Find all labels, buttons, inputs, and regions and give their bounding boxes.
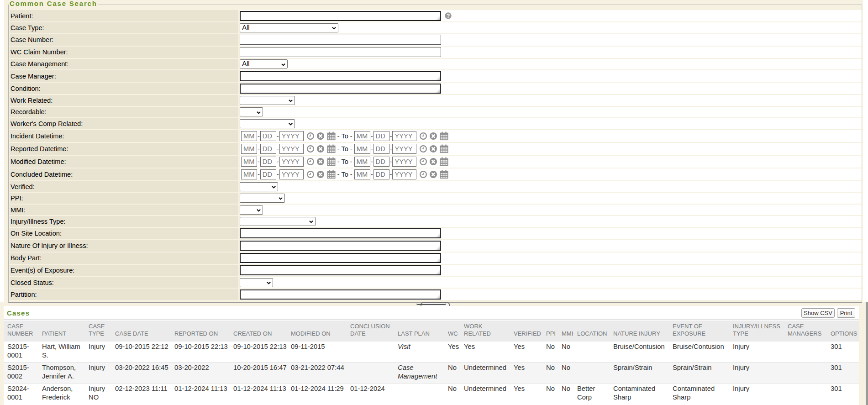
svg-text:?: ? xyxy=(447,13,450,19)
